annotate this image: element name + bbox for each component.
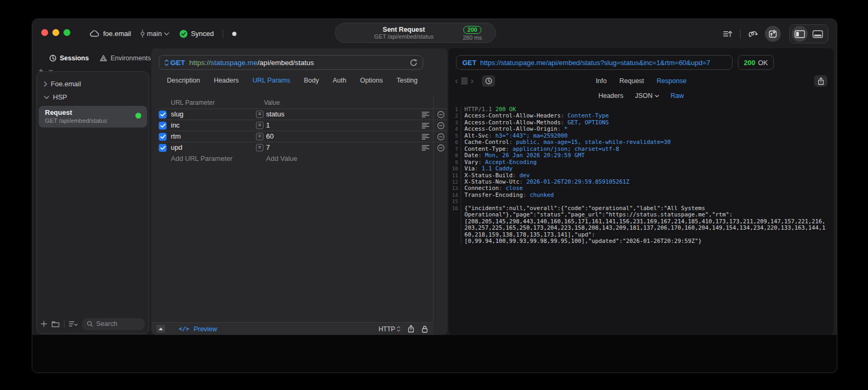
param-value-field[interactable]: status <box>266 110 285 118</box>
param-options-lines-icon[interactable] <box>422 144 430 151</box>
tab-response[interactable]: Response <box>657 77 687 85</box>
close-window-button[interactable] <box>41 29 48 36</box>
branch-selector[interactable]: main <box>140 30 169 38</box>
sidebar: Sessions Environments + − <box>36 48 149 335</box>
expand-panel-button[interactable] <box>157 325 165 333</box>
param-checkbox[interactable] <box>159 133 167 141</box>
cloud-icon <box>89 30 99 37</box>
remove-param-icon[interactable] <box>437 144 445 152</box>
line-number: 6 <box>449 139 461 146</box>
raw-response-view[interactable]: 1HTTP/1.1 200 OK2Access-Control-Allow-He… <box>449 104 834 335</box>
tab-options[interactable]: Options <box>360 77 383 84</box>
code-icon: </> <box>179 325 189 332</box>
sent-request-url-bar[interactable]: GET https://statuspage.me/api/embed/stat… <box>456 55 733 70</box>
request-duration: 280 ms <box>454 34 490 41</box>
param-value-field[interactable]: 60 <box>266 132 273 140</box>
tab-request[interactable]: Request <box>619 77 644 85</box>
param-row-rtm: rtm=60 <box>159 131 447 142</box>
tab-headers[interactable]: Headers <box>214 77 239 84</box>
method-selector-icon[interactable] <box>165 59 169 66</box>
editor-footer: </> Preview HTTP <box>151 322 433 335</box>
subtab-json-dropdown[interactable]: JSON <box>635 92 659 99</box>
request-editor-tabs: DescriptionHeadersURL ParamsBodyAuthOpti… <box>151 74 433 87</box>
sidebar-search[interactable] <box>82 318 145 330</box>
param-name-field[interactable]: inc <box>171 121 180 129</box>
add-value-button[interactable]: Add Value <box>266 155 297 162</box>
tab-environments-label: Environments <box>111 55 151 62</box>
zoom-window-button[interactable] <box>63 29 70 36</box>
param-options-lines-icon[interactable] <box>422 133 430 140</box>
tab-body[interactable]: Body <box>304 77 319 84</box>
list-sort-icon[interactable] <box>69 321 78 327</box>
column-header-value: Value <box>264 99 280 106</box>
url-scheme: https:// <box>189 59 211 67</box>
param-options-lines-icon[interactable] <box>422 122 430 129</box>
titlebar: foe.email main Synced <box>32 19 837 48</box>
toggle-left-panel-icon[interactable] <box>792 26 808 42</box>
protocol-selector[interactable]: HTTP <box>379 325 400 333</box>
share-icon[interactable] <box>408 325 414 333</box>
line-number <box>449 212 461 218</box>
param-checkbox[interactable] <box>159 144 167 152</box>
subtab-raw[interactable]: Raw <box>671 92 684 99</box>
sort-send-icon[interactable] <box>720 26 736 42</box>
param-row-slug: slug=status <box>159 108 447 120</box>
response-status-text: OK <box>758 59 768 67</box>
remove-param-icon[interactable] <box>437 111 445 119</box>
minimize-window-button[interactable] <box>52 29 59 36</box>
remove-param-icon[interactable] <box>437 133 445 141</box>
resend-refresh-icon[interactable] <box>410 59 417 67</box>
param-value-field[interactable]: 1 <box>266 121 270 129</box>
tab-description[interactable]: Description <box>167 77 200 84</box>
param-value-field[interactable]: 7 <box>266 143 270 151</box>
preview-button[interactable]: Preview <box>194 325 217 333</box>
tab-sessions[interactable]: Sessions <box>49 55 89 62</box>
param-checkbox[interactable] <box>159 122 167 130</box>
tab-info[interactable]: Info <box>596 77 607 85</box>
add-url-parameter-button[interactable]: Add URL Parameter <box>171 155 233 162</box>
search-input[interactable] <box>96 320 140 328</box>
lock-icon[interactable] <box>422 325 428 333</box>
project-name[interactable]: foe.email <box>103 30 131 38</box>
sync-loop-icon[interactable] <box>745 26 761 42</box>
request-summary-capsule[interactable]: Sent Request GET /api/embed/status 200 2… <box>335 23 496 43</box>
param-name-field[interactable]: slug <box>171 110 184 118</box>
toggle-bottom-panel-icon[interactable] <box>810 26 826 42</box>
param-name-field[interactable]: upd <box>171 143 182 151</box>
tab-environments[interactable]: Environments <box>99 55 151 62</box>
response-status-code: 200 <box>744 59 755 67</box>
protocol-label: HTTP <box>379 325 395 333</box>
layout-toggle-group <box>789 24 828 43</box>
chevron-down-icon <box>164 32 169 35</box>
export-share-icon[interactable] <box>814 75 827 87</box>
line-number <box>449 225 461 231</box>
request-url-bar[interactable]: GET https://statuspage.me/api/embed/stat… <box>159 55 423 70</box>
request-editor-pane: GET https://statuspage.me/api/embed/stat… <box>151 48 447 335</box>
sent-url: https://statuspage.me/api/embed/status?s… <box>480 59 710 67</box>
params-table: slug=statusinc=1rtm=60upd=7Add URL Param… <box>151 108 447 164</box>
branch-name: main <box>147 30 162 38</box>
tree-item-hsp[interactable]: HSP <box>37 90 149 104</box>
param-checkbox[interactable] <box>159 111 167 119</box>
add-group-folder-icon[interactable] <box>51 320 60 328</box>
tab-auth[interactable]: Auth <box>333 77 346 84</box>
sync-status[interactable]: Synced <box>179 30 214 38</box>
tree-item-label: HSP <box>53 93 67 101</box>
tab-testing[interactable]: Testing <box>397 77 418 84</box>
request-method[interactable]: GET <box>170 59 185 67</box>
unsaved-indicator-dot <box>232 32 236 36</box>
add-request-button[interactable] <box>41 321 47 327</box>
request-list-item-selected[interactable]: Request GET /api/embed/status <box>39 106 147 128</box>
param-options-lines-icon[interactable] <box>422 111 430 118</box>
tree-item-foe-email[interactable]: Foe.email <box>37 77 149 90</box>
tab-url-params[interactable]: URL Params <box>252 77 290 84</box>
line-number: 9 <box>449 159 461 166</box>
param-name-field[interactable]: rtm <box>171 132 181 140</box>
remove-param-icon[interactable] <box>437 122 445 130</box>
viewer-nav-row: ‹ › InfoRequestResponse <box>449 75 834 87</box>
line-number <box>449 238 461 244</box>
equals-icon: = <box>256 111 263 118</box>
line-number <box>449 232 461 238</box>
import-export-icon[interactable] <box>765 26 781 42</box>
subtab-headers[interactable]: Headers <box>598 92 623 99</box>
